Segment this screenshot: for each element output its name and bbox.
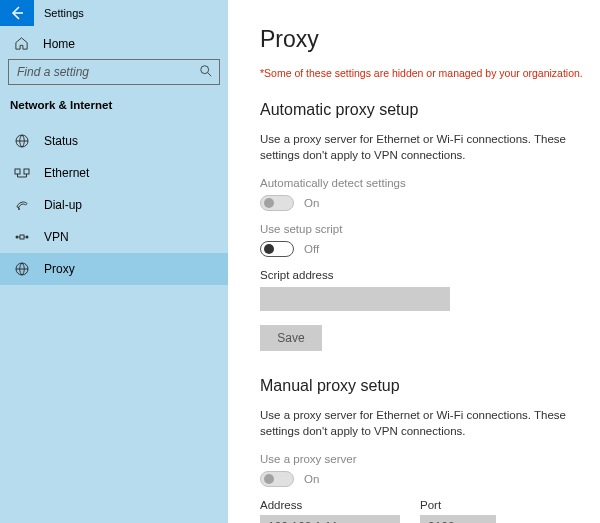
svg-rect-5	[24, 169, 29, 174]
content: Proxy *Some of these settings are hidden…	[228, 0, 600, 523]
sidebar-item-label: VPN	[44, 230, 69, 244]
home-icon	[14, 36, 29, 51]
setup-script-state: Off	[304, 243, 319, 255]
vpn-icon	[14, 229, 30, 245]
sidebar-item-dialup[interactable]: Dial-up	[0, 189, 228, 221]
ethernet-icon	[14, 165, 30, 181]
auto-section-title: Automatic proxy setup	[260, 101, 592, 119]
sidebar-item-status[interactable]: Status	[0, 125, 228, 157]
search-box[interactable]	[8, 59, 220, 85]
use-proxy-toggle[interactable]	[260, 471, 294, 487]
use-proxy-toggle-row: On	[260, 471, 592, 487]
back-button[interactable]	[0, 0, 34, 26]
svg-point-9	[18, 208, 20, 210]
sidebar-home[interactable]: Home	[0, 26, 228, 59]
svg-point-0	[201, 66, 209, 74]
sidebar-item-label: Status	[44, 134, 78, 148]
org-warning: *Some of these settings are hidden or ma…	[260, 67, 592, 79]
auto-detect-label: Automatically detect settings	[260, 177, 592, 189]
svg-line-1	[208, 73, 212, 77]
titlebar: Settings	[0, 0, 228, 26]
sidebar-item-proxy[interactable]: Proxy	[0, 253, 228, 285]
svg-point-11	[26, 236, 29, 239]
use-proxy-label: Use a proxy server	[260, 453, 592, 465]
auto-detect-toggle[interactable]	[260, 195, 294, 211]
search-input[interactable]	[9, 60, 219, 84]
svg-rect-4	[15, 169, 20, 174]
page-title: Proxy	[260, 26, 592, 53]
search-icon	[199, 64, 213, 78]
status-icon	[14, 133, 30, 149]
script-address-label: Script address	[260, 269, 592, 281]
manual-section-title: Manual proxy setup	[260, 377, 592, 395]
sidebar-section-label: Network & Internet	[0, 95, 228, 125]
sidebar: Settings Home Network & Internet Status …	[0, 0, 228, 523]
sidebar-item-label: Proxy	[44, 262, 75, 276]
auto-desc: Use a proxy server for Ethernet or Wi-Fi…	[260, 131, 580, 163]
auto-detect-toggle-row: On	[260, 195, 592, 211]
manual-desc: Use a proxy server for Ethernet or Wi-Fi…	[260, 407, 580, 439]
sidebar-item-ethernet[interactable]: Ethernet	[0, 157, 228, 189]
svg-rect-12	[20, 235, 24, 239]
save-button[interactable]: Save	[260, 325, 322, 351]
setup-script-toggle-row: Off	[260, 241, 592, 257]
port-label: Port	[420, 499, 496, 511]
sidebar-home-label: Home	[43, 37, 75, 51]
setup-script-label: Use setup script	[260, 223, 592, 235]
auto-detect-state: On	[304, 197, 319, 209]
window-title: Settings	[44, 7, 84, 19]
sidebar-item-label: Dial-up	[44, 198, 82, 212]
proxy-icon	[14, 261, 30, 277]
setup-script-toggle[interactable]	[260, 241, 294, 257]
sidebar-item-label: Ethernet	[44, 166, 89, 180]
svg-point-10	[16, 236, 19, 239]
sidebar-item-vpn[interactable]: VPN	[0, 221, 228, 253]
address-input[interactable]	[260, 515, 400, 523]
address-label: Address	[260, 499, 400, 511]
address-port-row: Address Port	[260, 499, 592, 523]
search-wrap	[0, 59, 228, 95]
script-address-input[interactable]	[260, 287, 450, 311]
use-proxy-state: On	[304, 473, 319, 485]
arrow-left-icon	[9, 5, 25, 21]
port-input[interactable]	[420, 515, 496, 523]
dialup-icon	[14, 197, 30, 213]
